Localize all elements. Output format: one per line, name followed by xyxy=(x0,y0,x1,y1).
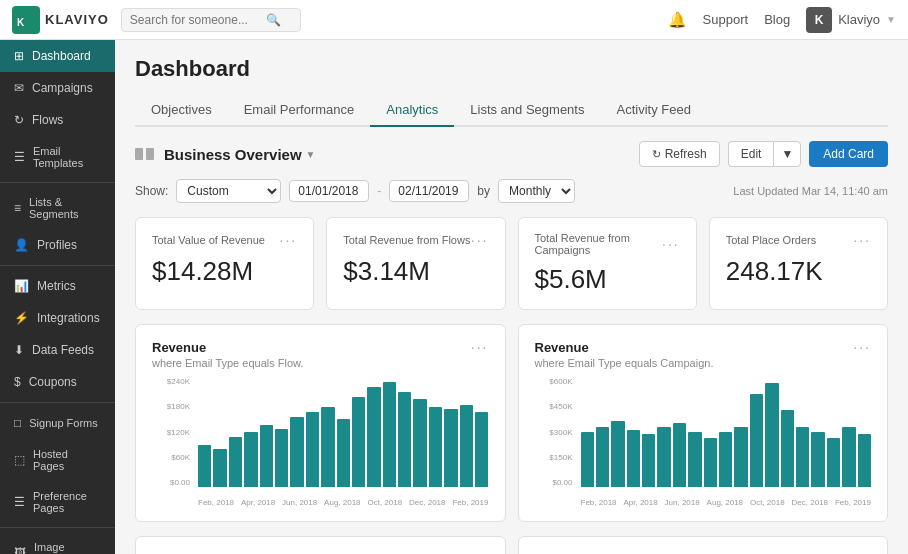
bar xyxy=(734,427,747,488)
stat-value-flows: $3.14M xyxy=(343,256,488,287)
x-label: Feb, 2018 xyxy=(198,498,234,507)
bar xyxy=(765,383,778,488)
sidebar-label-campaigns: Campaigns xyxy=(32,81,93,95)
profiles-icon: 👤 xyxy=(14,238,29,252)
sidebar-label-lists: Lists & Segments xyxy=(29,196,101,220)
business-overview-title[interactable]: Business Overview ▼ xyxy=(164,146,315,163)
sidebar-item-integrations[interactable]: ⚡ Integrations xyxy=(0,302,115,334)
sidebar-item-signup-forms[interactable]: □ Signup Forms xyxy=(0,407,115,439)
integrations-icon: ⚡ xyxy=(14,311,29,325)
svg-text:K: K xyxy=(17,17,25,28)
date-to-input[interactable] xyxy=(389,180,469,202)
tab-objectives[interactable]: Objectives xyxy=(135,94,228,127)
bar xyxy=(213,449,226,487)
bar xyxy=(704,438,717,488)
bar xyxy=(337,419,350,487)
bar xyxy=(688,432,701,487)
x-label: Aug, 2018 xyxy=(324,498,360,507)
user-caret-icon: ▼ xyxy=(886,14,896,25)
edit-button[interactable]: Edit xyxy=(728,141,774,167)
sidebar-item-flows[interactable]: ↻ Flows xyxy=(0,104,115,136)
sidebar-label-profiles: Profiles xyxy=(37,238,77,252)
user-avatar: K xyxy=(806,7,832,33)
flows-icon: ↻ xyxy=(14,113,24,127)
bar xyxy=(673,423,686,487)
y-axis-label: $600K xyxy=(549,377,572,386)
revenue-flow-chart: Revenue ··· where Email Type equals Flow… xyxy=(135,324,506,522)
email-templates-icon: ☰ xyxy=(14,150,25,164)
sidebar-label-signup: Signup Forms xyxy=(29,417,97,429)
bar xyxy=(367,387,380,487)
tab-email-performance[interactable]: Email Performance xyxy=(228,94,371,127)
x-label: Jun, 2018 xyxy=(665,498,700,507)
sidebar-divider-4 xyxy=(0,527,115,528)
y-axis-label: $300K xyxy=(549,428,572,437)
chart-more-flow[interactable]: ··· xyxy=(471,339,489,355)
tab-lists-segments[interactable]: Lists and Segments xyxy=(454,94,600,127)
tab-activity-feed[interactable]: Activity Feed xyxy=(600,94,706,127)
stat-title-flows: Total Revenue from Flows xyxy=(343,234,470,246)
sidebar-item-campaigns[interactable]: ✉ Campaigns xyxy=(0,72,115,104)
sidebar-label-flows: Flows xyxy=(32,113,63,127)
bar xyxy=(398,392,411,487)
search-icon: 🔍 xyxy=(266,13,281,27)
bar xyxy=(460,405,473,487)
stat-more-revenue[interactable]: ··· xyxy=(280,232,298,248)
date-from-input[interactable] xyxy=(289,180,369,202)
sidebar-item-metrics[interactable]: 📊 Metrics xyxy=(0,270,115,302)
blog-link[interactable]: Blog xyxy=(764,12,790,27)
bar xyxy=(321,407,334,487)
bar xyxy=(352,397,365,487)
sidebar-label-coupons: Coupons xyxy=(29,375,77,389)
sidebar-item-coupons[interactable]: $ Coupons xyxy=(0,366,115,398)
logo[interactable]: K KLAVIYO xyxy=(12,6,109,34)
y-axis-label: $60K xyxy=(171,453,190,462)
y-axis-label: $0.00 xyxy=(552,478,572,487)
x-label: Aug, 2018 xyxy=(707,498,743,507)
sidebar: ⊞ Dashboard ✉ Campaigns ↻ Flows ☰ Email … xyxy=(0,40,115,554)
search-box[interactable]: 🔍 xyxy=(121,8,301,32)
stat-more-flows[interactable]: ··· xyxy=(471,232,489,248)
total-clicked-chart: Total Clicked Email ··· 100K 75K 50K Feb… xyxy=(518,536,889,554)
add-card-button[interactable]: Add Card xyxy=(809,141,888,167)
search-input[interactable] xyxy=(130,13,260,27)
stat-title-orders: Total Place Orders xyxy=(726,234,816,246)
y-axis-label: $120K xyxy=(167,428,190,437)
bar xyxy=(290,417,303,487)
data-feeds-icon: ⬇ xyxy=(14,343,24,357)
refresh-button[interactable]: ↻ Refresh xyxy=(639,141,720,167)
stat-more-orders[interactable]: ··· xyxy=(853,232,871,248)
sidebar-item-profiles[interactable]: 👤 Profiles xyxy=(0,229,115,261)
tab-analytics[interactable]: Analytics xyxy=(370,94,454,127)
granularity-select[interactable]: Monthly Weekly Daily xyxy=(498,179,575,203)
stat-title-campaigns: Total Revenue from Campaigns xyxy=(535,232,663,256)
sidebar-item-dashboard[interactable]: ⊞ Dashboard xyxy=(0,40,115,72)
x-label: Dec, 2018 xyxy=(792,498,828,507)
user-menu[interactable]: K Klaviyo ▼ xyxy=(806,7,896,33)
bar xyxy=(750,394,763,488)
x-label: Oct, 2018 xyxy=(750,498,785,507)
bar xyxy=(858,434,871,487)
total-opened-chart: Total Opened Email ··· 800K 600K 400K Fe… xyxy=(135,536,506,554)
sidebar-item-email-templates[interactable]: ☰ Email Templates xyxy=(0,136,115,178)
stat-more-campaigns[interactable]: ··· xyxy=(662,236,680,252)
edit-caret-button[interactable]: ▼ xyxy=(773,141,801,167)
revenue-flow-subtitle: where Email Type equals Flow. xyxy=(152,357,489,369)
x-label: Dec, 2018 xyxy=(409,498,445,507)
sidebar-item-hosted-pages[interactable]: ⬚ Hosted Pages xyxy=(0,439,115,481)
notification-button[interactable]: 🔔 xyxy=(668,11,687,29)
bar xyxy=(229,437,242,487)
sidebar-label-images: Image Library xyxy=(34,541,101,554)
sidebar-item-data-feeds[interactable]: ⬇ Data Feeds xyxy=(0,334,115,366)
sidebar-item-lists-segments[interactable]: ≡ Lists & Segments xyxy=(0,187,115,229)
business-caret-icon: ▼ xyxy=(306,149,316,160)
support-link[interactable]: Support xyxy=(703,12,749,27)
period-select[interactable]: Custom Last 7 Days Last 30 Days Last Yea… xyxy=(176,179,281,203)
chart-more-campaign[interactable]: ··· xyxy=(853,339,871,355)
revenue-campaign-chart: Revenue ··· where Email Type equals Camp… xyxy=(518,324,889,522)
sidebar-item-preference-pages[interactable]: ☰ Preference Pages xyxy=(0,481,115,523)
top-nav: K KLAVIYO 🔍 🔔 Support Blog K Klaviyo ▼ xyxy=(0,0,908,40)
x-label: Jun, 2018 xyxy=(282,498,317,507)
sidebar-item-image-library[interactable]: 🖼 Image Library xyxy=(0,532,115,554)
refresh-icon: ↻ xyxy=(652,148,661,161)
